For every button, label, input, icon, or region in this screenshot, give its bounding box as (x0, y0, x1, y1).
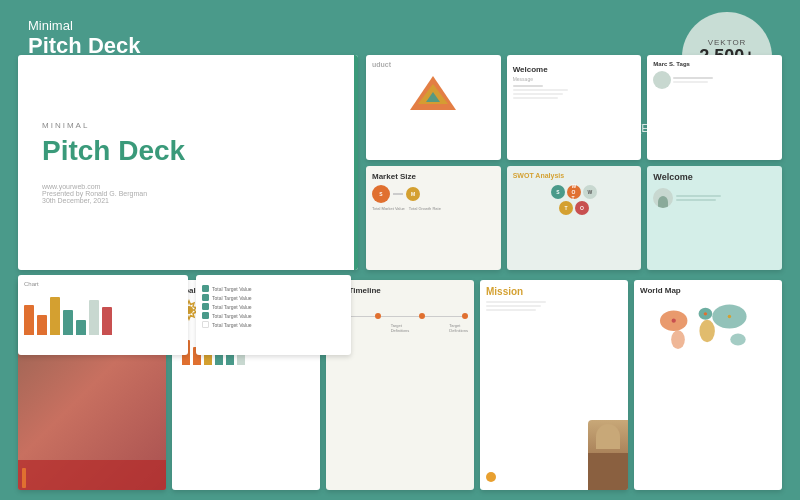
main-slide[interactable]: Minimal Pitch Deck www.yourweb.com Prese… (18, 55, 358, 270)
check-item-1: Total Target Value (202, 285, 345, 292)
mission-person-photo (588, 420, 628, 490)
bc-bar-1 (24, 305, 34, 335)
bc-bar-3 (50, 297, 60, 335)
bar-chart-slide[interactable]: Chart (18, 275, 188, 355)
marc-content (653, 71, 776, 89)
circle-m: M (406, 187, 420, 201)
welcome-content-lines (513, 89, 568, 99)
check-item-2: Total Target Value (202, 294, 345, 301)
mission-head (596, 424, 620, 449)
slide-product[interactable]: uduct (366, 55, 501, 160)
subtitle: Minimal (28, 18, 141, 33)
slide-presenter: Presented by Ronald G. Bergman (42, 190, 147, 197)
mission-body (588, 453, 628, 490)
svg-point-10 (672, 319, 676, 323)
right-slides-grid: uduct Welcome Message Marc S. Tags (366, 55, 782, 270)
mission-dot (486, 472, 496, 482)
bc-bar-7 (102, 307, 112, 335)
bar-chart-bars (24, 290, 182, 335)
mission-lines (486, 301, 622, 311)
svg-point-7 (699, 320, 714, 342)
check-item-4: Total Target Value (202, 312, 345, 319)
marc-lines (673, 77, 713, 83)
bc-bar-2 (37, 315, 47, 335)
market-title: Market Size (372, 172, 495, 181)
slide-date: 30th December, 2021 (42, 197, 109, 204)
slide-url: www.yourweb.com (42, 183, 100, 190)
bc-bar-5 (76, 320, 86, 335)
timeline-labels: TargetDefinitions TargetDefinitions Targ… (332, 323, 468, 333)
bar-chart-label: Chart (24, 281, 182, 287)
check-text-5: Total Target Value (212, 322, 252, 328)
dot-4 (462, 313, 468, 319)
welcome-sm-sub: Message (513, 76, 533, 82)
world-map-svg (640, 295, 776, 355)
red-bar (22, 468, 26, 488)
timeline-subtitle: 2021 (332, 297, 468, 303)
product-title: uduct (372, 61, 495, 68)
swot-diagram: S WOT W (513, 185, 636, 199)
slide-swot[interactable]: SWOT Analysis S WOT W T O (507, 166, 642, 271)
person-avatar (653, 188, 673, 208)
vertical-bar (354, 55, 358, 270)
line-2 (381, 316, 418, 317)
slides-container: Minimal Pitch Deck www.yourweb.com Prese… (18, 55, 782, 482)
marc-title: Marc S. Tags (653, 61, 776, 67)
photo-overlay (18, 460, 166, 490)
mission-title: Mission (486, 286, 622, 297)
checkbox-4 (202, 312, 209, 319)
swot-w: W (583, 185, 597, 199)
circle-s: S (372, 185, 390, 203)
swot-o: O (575, 201, 589, 215)
welcome-big-content (653, 188, 776, 208)
checklist: Total Target Value Total Target Value To… (202, 285, 345, 328)
check-text-3: Total Target Value (212, 304, 252, 310)
check-text-2: Total Target Value (212, 295, 252, 301)
welcome-lines (513, 85, 543, 87)
swot-title: SWOT Analysis (513, 172, 636, 179)
bc-bar-4 (63, 310, 73, 335)
svg-point-11 (704, 312, 707, 315)
bc-bar-6 (89, 300, 99, 335)
line-3 (425, 316, 462, 317)
pyramid-chart (408, 74, 458, 112)
marc-avatar (653, 71, 671, 89)
swot-center: WOT (567, 185, 581, 199)
slide-welcome-sm[interactable]: Welcome Message (507, 55, 642, 160)
welcome-sm-title: Welcome (513, 65, 548, 74)
swot-s: S (551, 185, 565, 199)
welcome-big-title: Welcome (653, 172, 776, 182)
checkbox-5 (202, 321, 209, 328)
welcome-big-lines (676, 195, 721, 201)
avatar-head (658, 196, 668, 208)
svg-point-5 (671, 330, 685, 349)
timeline-row (332, 313, 468, 319)
connector (393, 193, 403, 195)
check-item-5: Total Target Value (202, 321, 345, 328)
svg-point-9 (730, 334, 745, 346)
slide-marc[interactable]: Marc S. Tags (647, 55, 782, 160)
market-labels: Total Market Value Total Growth Rate (372, 206, 495, 211)
swot-t: T (559, 201, 573, 215)
worldmap-title: World Map (640, 286, 776, 295)
svg-point-12 (728, 315, 731, 318)
slide-worldmap[interactable]: World Map (634, 280, 782, 490)
checkbox-1 (202, 285, 209, 292)
slide-main-title: Pitch Deck (42, 136, 185, 167)
checklist-slide[interactable]: Total Target Value Total Target Value To… (196, 275, 351, 355)
market-circles: S M (372, 185, 495, 203)
timeline-title: The Timeline (332, 286, 468, 295)
slide-market[interactable]: Market Size S M Total Market Value Total… (366, 166, 501, 271)
checkbox-3 (202, 303, 209, 310)
swot-bottom: T O (513, 201, 636, 215)
check-text-1: Total Target Value (212, 286, 252, 292)
checkbox-2 (202, 294, 209, 301)
slide-mission[interactable]: Mission (480, 280, 628, 490)
check-item-3: Total Target Value (202, 303, 345, 310)
check-text-4: Total Target Value (212, 313, 252, 319)
slide-mini-label: Minimal (42, 121, 89, 130)
slide-welcome-big[interactable]: Welcome (647, 166, 782, 271)
product-title: Minimal Pitch Deck (28, 18, 141, 59)
